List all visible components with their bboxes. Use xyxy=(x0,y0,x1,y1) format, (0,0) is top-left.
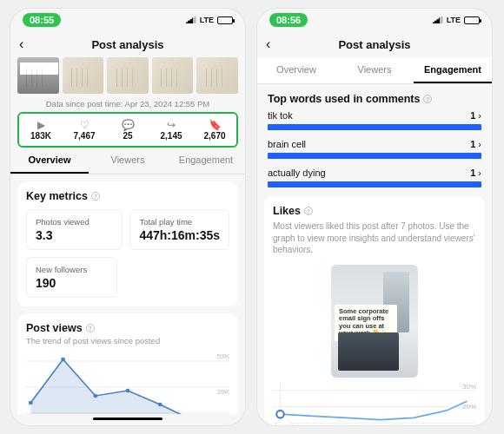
thumbnail[interactable] xyxy=(152,57,194,94)
tab-overview[interactable]: Overview xyxy=(10,148,89,174)
info-icon[interactable]: ? xyxy=(86,324,95,332)
status-bar: 08:56 LTE xyxy=(257,9,492,31)
phone-engagement: 08:56 LTE ‹ Post analysis Overview Viewe… xyxy=(257,9,492,425)
word-bar xyxy=(268,153,481,159)
header: ‹ Post analysis xyxy=(10,31,245,57)
thumbnail-strip[interactable] xyxy=(10,57,245,94)
page-title: Post analysis xyxy=(91,38,163,51)
chevron-right-icon: › xyxy=(478,139,481,149)
play-icon: ▶ xyxy=(19,119,63,131)
word-row[interactable]: brain cell 1 › xyxy=(268,139,481,159)
tab-engagement[interactable]: Engagement xyxy=(414,57,492,83)
home-indicator[interactable] xyxy=(93,418,162,420)
metric-total-play: Total play time 447h:16m:35s xyxy=(129,209,229,250)
word-row[interactable]: actually dying 1 › xyxy=(268,168,481,187)
word-bar xyxy=(268,181,481,187)
tab-viewers[interactable]: Viewers xyxy=(335,57,414,83)
photo-caption: Some corporate email sign offs you can u… xyxy=(335,305,397,342)
likes-title: Likes xyxy=(273,205,301,217)
bookmark-icon: 🔖 xyxy=(193,119,236,131)
svg-point-7 xyxy=(158,403,162,407)
stats-row: ▶ 183K ♡ 7,467 💬 25 ↪ 2,145 🔖 2,670 xyxy=(17,112,238,148)
word-row[interactable]: tik tok 1 › xyxy=(268,110,481,130)
chevron-right-icon: › xyxy=(478,168,481,178)
back-button[interactable]: ‹ xyxy=(19,36,23,52)
post-views-sub: The trend of post views since posted xyxy=(26,336,229,345)
stat-plays: ▶ 183K xyxy=(19,119,63,141)
likes-chart[interactable]: 30% 20% 10% xyxy=(273,383,476,426)
signal-icon xyxy=(186,16,196,23)
network-label: LTE xyxy=(447,16,461,24)
status-time: 08:55 xyxy=(23,13,61,27)
signal-icon xyxy=(433,16,443,23)
likes-card: Likes ? Most viewers liked this post aft… xyxy=(264,196,485,425)
section-tabs: Overview Viewers Engagement xyxy=(10,148,245,174)
battery-icon xyxy=(464,16,480,24)
svg-point-5 xyxy=(93,394,97,398)
svg-point-14 xyxy=(276,410,284,418)
info-icon[interactable]: ? xyxy=(304,207,313,215)
thumbnail[interactable] xyxy=(107,57,149,94)
thumbnail[interactable] xyxy=(17,57,59,94)
thumbnail[interactable] xyxy=(63,57,104,94)
tab-engagement[interactable]: Engagement xyxy=(167,148,245,174)
tab-viewers[interactable]: Viewers xyxy=(89,148,167,174)
svg-point-3 xyxy=(29,401,33,405)
section-tabs: Overview Viewers Engagement xyxy=(257,57,492,84)
battery-icon xyxy=(217,16,233,24)
tab-overview[interactable]: Overview xyxy=(257,57,335,83)
info-icon[interactable]: ? xyxy=(91,192,100,201)
post-views-card: Post views ? The trend of post views sin… xyxy=(17,313,238,414)
key-metrics-card: Key metrics ? Photos viewed 3.3 Total pl… xyxy=(17,181,238,306)
network-label: LTE xyxy=(200,16,214,24)
metric-photos-viewed: Photos viewed 3.3 xyxy=(26,209,123,250)
heart-icon: ♡ xyxy=(63,119,106,131)
svg-point-6 xyxy=(126,389,130,393)
word-label: brain cell xyxy=(268,139,306,149)
thumbnail[interactable] xyxy=(196,57,238,94)
stat-saves: 🔖 2,670 xyxy=(193,119,236,141)
photo-preview: Some corporate email sign offs you can u… xyxy=(331,265,418,378)
back-button[interactable]: ‹ xyxy=(266,36,270,52)
stat-likes: ♡ 7,467 xyxy=(63,119,106,141)
chevron-right-icon: › xyxy=(478,110,481,121)
word-label: tik tok xyxy=(268,110,293,121)
metric-new-followers: New followers 190 xyxy=(26,257,117,298)
svg-point-4 xyxy=(61,358,65,362)
top-words-title: Top words used in comments xyxy=(268,93,420,105)
share-icon: ↪ xyxy=(149,119,193,131)
top-words-section: Top words used in comments ? tik tok 1 ›… xyxy=(257,84,492,187)
status-time: 08:56 xyxy=(269,13,308,27)
page-title: Post analysis xyxy=(338,38,410,51)
post-views-title: Post views xyxy=(26,322,83,334)
since-label: Data since post time: Apr 23, 2024 12:55… xyxy=(10,94,245,112)
word-label: actually dying xyxy=(268,168,326,178)
header: ‹ Post analysis xyxy=(257,31,492,57)
post-views-chart: 59K 39K 19K xyxy=(26,352,229,414)
word-bar xyxy=(268,124,481,130)
likes-description: Most viewers liked this post after 7 pho… xyxy=(273,220,476,256)
status-bar: 08:55 LTE xyxy=(10,9,245,31)
key-metrics-title: Key metrics xyxy=(26,190,88,202)
comment-icon: 💬 xyxy=(106,119,149,131)
stat-comments: 💬 25 xyxy=(106,119,149,141)
stat-shares: ↪ 2,145 xyxy=(149,119,193,141)
phone-overview: 08:55 LTE ‹ Post analysis Data since pos… xyxy=(10,9,245,425)
info-icon[interactable]: ? xyxy=(423,95,432,103)
